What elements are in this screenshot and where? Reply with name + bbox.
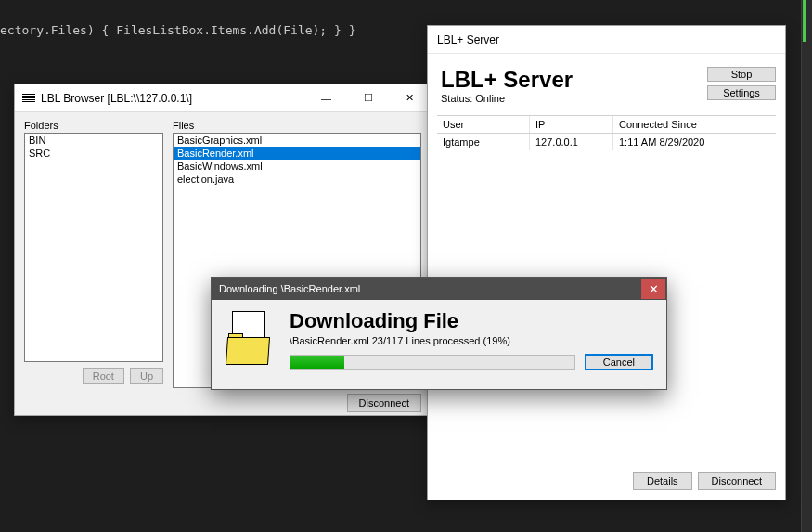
server-disconnect-button[interactable]: Disconnect — [698, 472, 776, 490]
col-user[interactable]: User — [437, 116, 530, 133]
maximize-button[interactable]: ☐ — [347, 84, 389, 111]
folders-label: Folders — [24, 120, 163, 131]
download-dialog: Downloading \BasicRender.xml ✕ Downloadi… — [211, 277, 667, 390]
folder-item[interactable]: BIN — [25, 134, 162, 147]
col-connected[interactable]: Connected Since — [613, 116, 776, 133]
up-button[interactable]: Up — [130, 368, 163, 384]
server-status: Status: Online — [441, 93, 707, 104]
browser-title: LBL Browser [LBL:\\127.0.0.1\] — [41, 92, 305, 105]
file-item[interactable]: BasicGraphics.xml — [174, 134, 420, 147]
cell-ip: 127.0.0.1 — [530, 134, 613, 150]
details-button[interactable]: Details — [633, 472, 692, 490]
download-heading: Downloading File — [290, 309, 653, 333]
download-info: \BasicRender.xml 23/117 Lines processed … — [290, 335, 653, 346]
root-button[interactable]: Root — [83, 368, 124, 384]
download-title: Downloading \BasicRender.xml — [219, 283, 641, 294]
close-icon[interactable]: ✕ — [641, 279, 665, 299]
server-heading: LBL+ Server — [441, 67, 707, 93]
window-controls: — ☐ ✕ — [305, 84, 431, 111]
disconnect-button[interactable]: Disconnect — [347, 394, 421, 412]
connections-table-header: User IP Connected Since — [437, 115, 776, 134]
progress-fill — [290, 356, 344, 369]
cancel-button[interactable]: Cancel — [585, 354, 653, 370]
change-marker — [803, 0, 806, 42]
app-icon — [22, 94, 35, 103]
editor-code-line: ectory.Files) { FilesListBox.Items.Add(F… — [0, 23, 356, 37]
file-item[interactable]: election.java — [174, 173, 420, 186]
cell-user: Igtampe — [437, 134, 530, 150]
server-window-title: LBL+ Server — [437, 33, 785, 46]
files-label: Files — [173, 120, 421, 131]
progress-bar — [290, 355, 575, 370]
folder-icon — [225, 309, 277, 369]
settings-button[interactable]: Settings — [707, 85, 776, 100]
minimize-button[interactable]: — — [305, 84, 347, 111]
server-titlebar[interactable]: LBL+ Server — [428, 26, 785, 54]
file-item[interactable]: BasicWindows.xml — [174, 160, 420, 173]
lbl-server-window: LBL+ Server LBL+ Server Status: Online S… — [427, 25, 786, 500]
folder-item[interactable]: SRC — [25, 147, 162, 160]
col-ip[interactable]: IP — [530, 116, 613, 133]
close-button[interactable]: ✕ — [389, 84, 431, 111]
stop-button[interactable]: Stop — [707, 67, 776, 82]
file-item[interactable]: BasicRender.xml — [174, 147, 420, 160]
cell-conn: 1:11 AM 8/29/2020 — [613, 134, 776, 150]
editor-scrollbar[interactable] — [801, 0, 812, 532]
folders-listbox[interactable]: BIN SRC — [24, 133, 163, 362]
browser-titlebar[interactable]: LBL Browser [LBL:\\127.0.0.1\] — ☐ ✕ — [15, 84, 431, 112]
table-row[interactable]: Igtampe 127.0.0.1 1:11 AM 8/29/2020 — [437, 134, 776, 150]
download-titlebar[interactable]: Downloading \BasicRender.xml ✕ — [212, 278, 666, 300]
